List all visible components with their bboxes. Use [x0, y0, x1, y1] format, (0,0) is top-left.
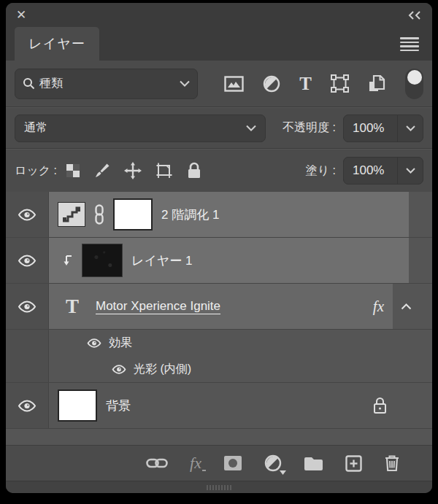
- effect-name[interactable]: 光彩 (内側): [134, 362, 191, 377]
- panel-titlebar: ✕: [6, 3, 432, 27]
- lock-transparency-icon[interactable]: [66, 163, 80, 178]
- link-layers-icon[interactable]: [146, 457, 168, 469]
- filter-type-value: 種類: [39, 76, 180, 91]
- chevron-down-icon: [280, 470, 286, 475]
- eye-icon: [18, 255, 36, 267]
- layer-row-threshold[interactable]: 2 階調化 1: [6, 192, 432, 238]
- tab-strip: レイヤー: [6, 27, 432, 61]
- layer-thumbnail[interactable]: [58, 389, 97, 422]
- tab-layers-label: レイヤー: [28, 35, 85, 53]
- text-layer-thumbnail[interactable]: T: [58, 295, 87, 318]
- lock-pixels-brush-icon[interactable]: [94, 163, 110, 179]
- layer-name[interactable]: 背景: [106, 398, 131, 414]
- layer-name[interactable]: 2 階調化 1: [161, 206, 219, 223]
- lock-all-icon[interactable]: [187, 162, 201, 179]
- type-layer-filter-icon[interactable]: T: [299, 74, 312, 94]
- add-layer-mask-icon[interactable]: [223, 455, 242, 471]
- search-icon: [23, 77, 35, 90]
- layer-controls: 種類 T: [6, 61, 432, 192]
- lock-row: ロック : 塗り : 10: [6, 150, 432, 192]
- filter-row: 種類 T: [6, 61, 432, 106]
- fill-value: 100%: [344, 163, 397, 178]
- delete-layer-trash-icon[interactable]: [384, 454, 400, 472]
- fill-dropdown-icon[interactable]: [397, 158, 423, 184]
- blend-mode-select[interactable]: 通常: [15, 115, 266, 142]
- layer-name[interactable]: レイヤー 1: [131, 252, 192, 269]
- eye-column-spacer: [6, 330, 49, 356]
- effect-visibility-eye-icon[interactable]: [112, 365, 126, 374]
- mask-link-icon[interactable]: [94, 204, 104, 225]
- panel-menu-icon[interactable]: [400, 37, 419, 51]
- layer-name[interactable]: Motor Xperience Ignite: [96, 299, 220, 314]
- opacity-field[interactable]: 100%: [343, 115, 423, 142]
- visibility-toggle[interactable]: [6, 238, 49, 283]
- new-layer-icon[interactable]: [345, 455, 362, 472]
- layer-row-text[interactable]: T Motor Xperience Ignite fx: [6, 284, 432, 330]
- smart-object-filter-icon[interactable]: [368, 74, 386, 93]
- layer-style-fx-icon[interactable]: fx: [190, 454, 201, 473]
- blend-mode-row: 通常 不透明度 : 100%: [6, 108, 432, 148]
- eye-icon: [18, 400, 36, 412]
- layers-list: 2 階調化 1 レイヤー 1 T Motor Xperience: [6, 192, 432, 445]
- eye-icon: [18, 209, 36, 221]
- visibility-toggle[interactable]: [6, 383, 49, 428]
- eye-icon: [18, 301, 36, 313]
- fill-field[interactable]: 100%: [343, 157, 423, 185]
- opacity-label: 不透明度 :: [283, 120, 336, 136]
- adjustment-layer-filter-icon[interactable]: [263, 75, 280, 93]
- new-adjustment-layer-icon[interactable]: [264, 454, 282, 472]
- effects-group-label[interactable]: 効果: [109, 336, 132, 351]
- opacity-dropdown-icon[interactable]: [397, 115, 423, 141]
- pixel-layer-filter-icon[interactable]: [224, 76, 244, 92]
- new-group-folder-icon[interactable]: [304, 456, 323, 471]
- effect-visibility-eye-icon[interactable]: [87, 338, 101, 348]
- panel-resize-grip[interactable]: [6, 481, 432, 493]
- layer-row-layer1[interactable]: レイヤー 1: [6, 238, 432, 284]
- opacity-value: 100%: [344, 121, 397, 136]
- layer-thumbnail[interactable]: [82, 244, 123, 277]
- visibility-toggle[interactable]: [6, 284, 49, 329]
- visibility-toggle[interactable]: [6, 192, 49, 237]
- clipping-mask-arrow-icon: [64, 255, 73, 266]
- layers-bottom-toolbar: fx: [6, 445, 432, 481]
- effects-group-row[interactable]: 効果: [6, 330, 432, 356]
- filter-type-select[interactable]: 種類: [15, 69, 198, 99]
- background-lock-icon[interactable]: [373, 397, 387, 414]
- layers-panel: ✕ レイヤー 種類: [6, 3, 432, 493]
- layer-fx-badge[interactable]: fx: [373, 298, 384, 316]
- tab-layers[interactable]: レイヤー: [15, 27, 99, 61]
- fill-label: 塗り :: [306, 163, 336, 179]
- chevron-down-icon: [180, 80, 190, 87]
- effect-row-inner-glow[interactable]: 光彩 (内側): [6, 356, 432, 382]
- close-icon[interactable]: ✕: [16, 9, 26, 21]
- filter-toggle[interactable]: [405, 69, 423, 99]
- shape-layer-filter-icon[interactable]: [331, 74, 349, 93]
- chevron-down-icon: [246, 125, 256, 131]
- layer-row-background[interactable]: 背景: [6, 383, 432, 429]
- collapse-effects-icon[interactable]: [401, 284, 412, 329]
- eye-column-spacer: [6, 356, 49, 382]
- lock-position-icon[interactable]: [124, 162, 142, 179]
- lock-label: ロック :: [15, 163, 57, 179]
- collapse-panel-icon[interactable]: [407, 11, 422, 20]
- lock-artboard-icon[interactable]: [155, 162, 173, 179]
- adjustment-thumbnail[interactable]: [58, 202, 85, 227]
- blend-mode-value: 通常: [24, 120, 246, 136]
- layer-mask-thumbnail[interactable]: [113, 198, 153, 230]
